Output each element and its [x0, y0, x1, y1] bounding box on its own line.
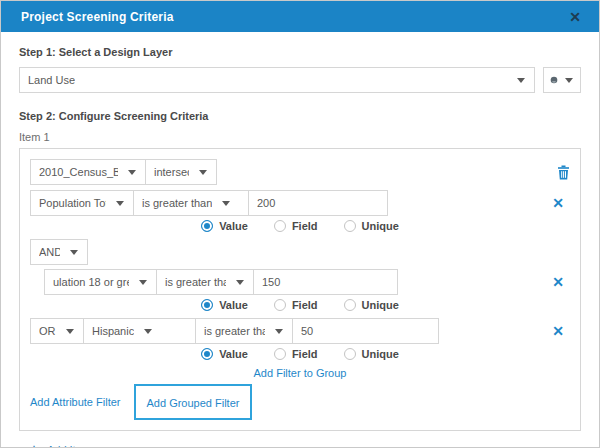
filter2-value-input[interactable]: [262, 276, 389, 288]
chevron-down-icon: [222, 201, 230, 206]
remove-filter3-icon[interactable]: ✕: [552, 324, 570, 338]
delete-item-button[interactable]: [557, 165, 570, 180]
filter2-operator-select[interactable]: is greater than: [156, 269, 254, 295]
spatial-operator-value: intersects: [154, 166, 189, 178]
filter3-value-box: [292, 318, 439, 344]
radio-selected-icon[interactable]: [201, 220, 213, 232]
chevron-down-icon: [139, 280, 147, 285]
close-icon[interactable]: ✕: [567, 8, 583, 26]
item-label: Item 1: [19, 131, 581, 143]
chevron-down-icon: [116, 201, 124, 206]
step2-label: Step 2: Configure Screening Criteria: [19, 110, 581, 122]
spatial-operator-select[interactable]: intersects: [145, 159, 217, 185]
trash-icon: [557, 165, 570, 180]
chevron-down-icon: [275, 329, 283, 334]
filter2-mode-radios: Value Field Unique: [30, 298, 570, 312]
design-layer-value: Land Use: [28, 74, 75, 86]
filter3-operator-select[interactable]: is greater than: [195, 318, 293, 344]
filter1-field-select[interactable]: Population Total: [30, 190, 134, 216]
filter-row-2: ulation 18 or greater is greater than ✕: [30, 269, 570, 295]
filter1-mode-radios: Value Field Unique: [30, 219, 570, 233]
radio-icon[interactable]: [274, 220, 286, 232]
dialog-body: Step 1: Select a Design Layer Land Use S…: [1, 32, 599, 448]
screening-item-box: 2010_Census_Blocks intersects: [19, 148, 581, 431]
remove-filter1-icon[interactable]: ✕: [552, 196, 570, 210]
filter3-join-value: OR: [39, 325, 56, 337]
filter3-join-select[interactable]: OR: [30, 318, 84, 344]
design-layer-select[interactable]: Land Use: [19, 67, 535, 93]
dialog-title: Project Screening Criteria: [21, 10, 174, 24]
filter2-mode-field[interactable]: Field: [274, 299, 318, 311]
chevron-down-icon: [199, 170, 207, 175]
chevron-down-icon: [565, 78, 573, 83]
layer-options-button[interactable]: [543, 67, 581, 93]
radio-icon[interactable]: [274, 299, 286, 311]
filter-row-1: Population Total is greater than ✕: [30, 190, 570, 216]
dialog-header: Project Screening Criteria ✕: [1, 1, 599, 32]
filter2-mode-unique[interactable]: Unique: [344, 299, 399, 311]
step1-label: Step 1: Select a Design Layer: [19, 46, 581, 58]
filter2-mode-value[interactable]: Value: [201, 299, 248, 311]
filter3-field-select[interactable]: Hispanic: [83, 318, 196, 344]
join-row: AND: [30, 239, 570, 265]
radio-icon[interactable]: [344, 299, 356, 311]
add-grouped-filter-callout: Add Grouped Filter: [134, 384, 253, 420]
remove-filter2-icon[interactable]: ✕: [552, 275, 570, 289]
filter1-operator-select[interactable]: is greater than: [133, 190, 249, 216]
filter2-field-value: ulation 18 or greater: [53, 276, 129, 288]
filter2-operator-value: is greater than: [165, 276, 226, 288]
filter1-value-box: [248, 190, 388, 216]
filter2-field-select[interactable]: ulation 18 or greater: [44, 269, 157, 295]
filter3-mode-radios: Value Field Unique: [30, 347, 570, 361]
add-filter-to-group-link[interactable]: Add Filter to Group: [254, 367, 347, 380]
radio-icon[interactable]: [344, 220, 356, 232]
filter3-operator-value: is greater than: [204, 325, 265, 337]
filter1-operator-value: is greater than: [142, 197, 212, 209]
filter-row-3: OR Hispanic is greater than ✕: [30, 318, 570, 344]
add-item-label: Add Item: [47, 444, 91, 448]
filter1-mode-value[interactable]: Value: [201, 220, 248, 232]
chevron-down-icon: [128, 170, 136, 175]
filter3-value-input[interactable]: [301, 325, 430, 337]
filter-links-row: Add Attribute Filter Add Grouped Filter: [30, 384, 570, 420]
radio-selected-icon[interactable]: [201, 299, 213, 311]
filter3-field-value: Hispanic: [92, 325, 134, 337]
chevron-down-icon: [70, 250, 78, 255]
radio-selected-icon[interactable]: [201, 348, 213, 360]
project-screening-criteria-dialog: Project Screening Criteria ✕ Step 1: Sel…: [0, 0, 600, 448]
filter2-value-box: [253, 269, 398, 295]
chevron-down-icon: [517, 78, 525, 83]
filter1-field-value: Population Total: [39, 197, 106, 209]
filter1-value-input[interactable]: [257, 197, 379, 209]
filter3-mode-value[interactable]: Value: [201, 348, 248, 360]
add-item-button[interactable]: + Add Item: [19, 441, 581, 448]
chevron-down-icon: [66, 329, 74, 334]
filter3-mode-field[interactable]: Field: [274, 348, 318, 360]
filter1-mode-unique[interactable]: Unique: [344, 220, 399, 232]
plus-icon: +: [29, 443, 39, 448]
filter1-mode-field[interactable]: Field: [274, 220, 318, 232]
layer-operator-row: 2010_Census_Blocks intersects: [30, 159, 570, 185]
radio-icon[interactable]: [344, 348, 356, 360]
add-attribute-filter-link[interactable]: Add Attribute Filter: [30, 396, 121, 408]
join-select[interactable]: AND: [30, 239, 88, 265]
step1-row: Land Use: [19, 67, 581, 93]
add-grouped-filter-link[interactable]: Add Grouped Filter: [147, 397, 240, 409]
filter3-mode-unique[interactable]: Unique: [344, 348, 399, 360]
add-filter-to-group-row: Add Filter to Group: [30, 367, 570, 380]
globe-icon: [550, 74, 558, 86]
chevron-down-icon: [144, 329, 152, 334]
radio-icon[interactable]: [274, 348, 286, 360]
join-value: AND: [39, 246, 60, 258]
item-layer-value: 2010_Census_Blocks: [39, 166, 118, 178]
chevron-down-icon: [236, 280, 244, 285]
item-layer-select[interactable]: 2010_Census_Blocks: [30, 159, 146, 185]
